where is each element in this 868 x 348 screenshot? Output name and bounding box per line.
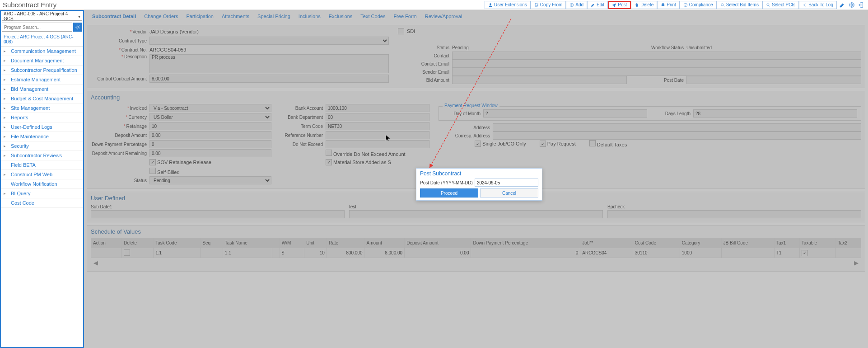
- sidebar-item-subcontractor-prequalification[interactable]: ▸Subcontractor Prequalification: [1, 66, 83, 75]
- delete-button[interactable]: Delete: [631, 1, 657, 9]
- chevron-down-icon: ▾: [78, 14, 80, 19]
- sidebar-item-label: Budget & Cost Management: [11, 96, 73, 101]
- sidebar-item-label: Construct PM Web: [11, 172, 52, 177]
- caret-icon: ▸: [4, 58, 8, 63]
- globe-icon[interactable]: [848, 1, 856, 9]
- compliance-button[interactable]: Compliance: [680, 1, 717, 9]
- caret-icon: ▸: [4, 77, 8, 82]
- back-to-log-button[interactable]: Back To Log: [799, 1, 837, 9]
- cancel-button[interactable]: Cancel: [480, 188, 538, 198]
- logout-icon[interactable]: [857, 1, 865, 9]
- search-settings-button[interactable]: [73, 23, 82, 32]
- edit-button[interactable]: Edit: [587, 1, 608, 9]
- sidebar-item-construct-pm-web[interactable]: ▸Construct PM Web: [1, 170, 83, 179]
- svg-point-6: [721, 3, 723, 5]
- sidebar-item-workflow-notification[interactable]: ▸Workflow Notification: [1, 179, 83, 189]
- project-label: Project: ARC Project 4 GCS (ARC-008): [1, 33, 83, 47]
- user-extensions-button[interactable]: User Extensions: [485, 1, 531, 9]
- edit-icon[interactable]: [838, 1, 846, 9]
- sidebar-item-label: Communication Management: [11, 48, 76, 54]
- sidebar-item-budget-cost-management[interactable]: ▸Budget & Cost Management: [1, 94, 83, 103]
- sidebar-item-label: Bid Management: [11, 86, 48, 92]
- sidebar-item-label: Document Management: [11, 58, 64, 63]
- sidebar: ARC - ARC-008 - ARC Project 4 GCS▾ Proje…: [0, 10, 84, 348]
- caret-icon: ▸: [4, 49, 8, 53]
- copy-from-button[interactable]: Copy From: [531, 1, 566, 9]
- sidebar-item-site-management[interactable]: ▸Site Management: [1, 103, 83, 113]
- sidebar-item-estimate-management[interactable]: ▸Estimate Management: [1, 75, 83, 85]
- sidebar-item-label: Subcontractor Prequalification: [11, 67, 77, 73]
- select-pcis-button[interactable]: Select PCIs: [762, 1, 799, 9]
- sidebar-item-label: Site Management: [11, 105, 50, 111]
- sidebar-item-label: Reports: [11, 115, 28, 120]
- sidebar-item-communication-management[interactable]: ▸Communication Management: [1, 47, 83, 56]
- caret-icon: ▸: [4, 106, 8, 110]
- post-button[interactable]: Post: [608, 1, 631, 9]
- caret-icon: ▸: [4, 172, 8, 177]
- caret-icon: ▸: [4, 134, 8, 139]
- sidebar-item-user-defined-logs[interactable]: ▸User-Defined Logs: [1, 122, 83, 132]
- caret-icon: ▸: [4, 125, 8, 129]
- sidebar-item-label: File Maintenance: [11, 134, 49, 139]
- sidebar-item-reports[interactable]: ▸Reports: [1, 113, 83, 122]
- post-subcontract-modal: Post Subcontract Post Date (YYYY-MM-DD) …: [416, 168, 542, 201]
- caret-icon: ▸: [4, 96, 8, 101]
- project-dropdown[interactable]: ARC - ARC-008 - ARC Project 4 GCS▾: [2, 12, 82, 21]
- caret-icon: ▸: [4, 144, 8, 148]
- program-search-input[interactable]: [2, 23, 72, 32]
- app-header: Subcontract Entry User Extensions Copy F…: [0, 0, 868, 10]
- post-date-label: Post Date (YYYY-MM-DD): [420, 180, 473, 185]
- sidebar-item-cost-code[interactable]: ▸Cost Code: [1, 198, 83, 208]
- toolbar: User Extensions Copy From Add Edit Post …: [485, 1, 865, 9]
- svg-point-7: [767, 3, 769, 5]
- caret-icon: ▸: [4, 87, 8, 91]
- sidebar-item-security[interactable]: ▸Security: [1, 141, 83, 151]
- print-button[interactable]: Print: [657, 1, 680, 9]
- svg-rect-3: [662, 4, 664, 5]
- sidebar-item-label: Workflow Notification: [11, 181, 57, 187]
- sidebar-item-label: BI Query: [11, 191, 30, 196]
- modal-post-date-input[interactable]: [475, 179, 538, 187]
- sidebar-item-label: Security: [11, 143, 29, 149]
- sidebar-item-label: Cost Code: [11, 200, 34, 206]
- sidebar-item-bi-query[interactable]: ▸BI Query: [1, 189, 83, 198]
- sidebar-item-subcontractor-reviews[interactable]: ▸Subcontractor Reviews: [1, 151, 83, 160]
- svg-rect-4: [662, 3, 664, 5]
- caret-icon: ▸: [4, 68, 8, 72]
- caret-icon: ▸: [4, 153, 8, 158]
- sidebar-item-field-beta[interactable]: ▸Field BETA: [1, 160, 83, 170]
- sidebar-item-document-management[interactable]: ▸Document Management: [1, 56, 83, 66]
- sidebar-item-bid-management[interactable]: ▸Bid Management: [1, 85, 83, 94]
- sidebar-item-label: Field BETA: [11, 162, 36, 168]
- sidebar-item-label: Subcontractor Reviews: [11, 153, 62, 158]
- modal-title: Post Subcontract: [416, 169, 542, 178]
- sidebar-item-label: Estimate Management: [11, 77, 61, 82]
- content-area: Subcontract DetailChange OrdersParticipa…: [84, 10, 868, 348]
- select-bid-items-button[interactable]: Select Bid Items: [717, 1, 762, 9]
- svg-point-9: [77, 26, 79, 28]
- svg-point-5: [684, 3, 687, 7]
- proceed-button[interactable]: Proceed: [420, 188, 478, 198]
- add-button[interactable]: Add: [566, 1, 587, 9]
- sidebar-item-file-maintenance[interactable]: ▸File Maintenance: [1, 132, 83, 141]
- sidebar-item-label: User-Defined Logs: [11, 124, 52, 130]
- page-title: Subcontract Entry: [3, 1, 485, 9]
- caret-icon: ▸: [4, 191, 8, 196]
- caret-icon: ▸: [4, 115, 8, 120]
